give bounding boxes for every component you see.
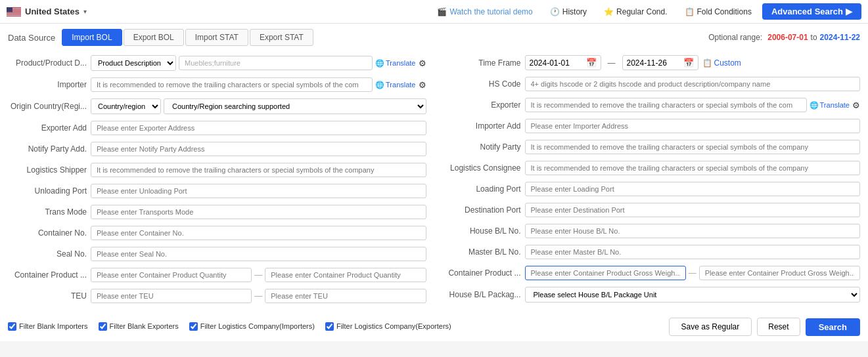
loading-port-input[interactable] xyxy=(525,182,861,196)
unloading-port-input[interactable] xyxy=(91,184,426,198)
chevron-down-icon: ▾ xyxy=(83,8,87,15)
us-flag-icon xyxy=(7,7,21,16)
destination-port-input[interactable] xyxy=(525,203,861,217)
fold-conditions-button[interactable]: 📋 Fold Conditions xyxy=(678,5,758,19)
importer-add-input[interactable] xyxy=(525,119,861,133)
logistics-consignee-input[interactable] xyxy=(525,161,861,175)
logistics-shipper-input[interactable] xyxy=(91,163,426,177)
notify-party-add-label: Notify Party Add. xyxy=(8,144,87,154)
house-bl-package-select[interactable]: Please select House B/L Package Unit xyxy=(525,287,861,303)
destination-port-row: Destination Port xyxy=(442,203,861,217)
trans-mode-label: Trans Mode xyxy=(8,207,87,217)
container-product-min[interactable] xyxy=(525,266,686,280)
svg-rect-9 xyxy=(7,13,21,14)
seal-no-row: Seal No. xyxy=(8,247,426,261)
save-as-regular-button[interactable]: Save as Regular xyxy=(669,318,752,336)
container-product-qty-min[interactable] xyxy=(91,268,252,282)
tab-import-bol[interactable]: Import BOL xyxy=(62,29,122,46)
top-bar: United States ▾ 🎬 Watch the tutorial dem… xyxy=(0,0,868,24)
custom-button[interactable]: 📋 Custom xyxy=(702,58,741,68)
house-bl-package-row: House B/L Packag... Please select House … xyxy=(442,287,861,303)
notify-party-row: Notify Party xyxy=(442,140,861,154)
logistics-consignee-label: Logistics Consignee xyxy=(442,163,521,173)
teu-min[interactable] xyxy=(91,289,252,303)
master-bl-no-input[interactable] xyxy=(525,245,861,259)
calendar-start-icon[interactable]: 📅 xyxy=(586,58,597,68)
notify-party-add-input[interactable] xyxy=(91,142,426,156)
notify-party-input[interactable] xyxy=(525,140,861,154)
importer-input-group: 🌐 Translate ⚙ xyxy=(91,77,426,92)
country-type-select[interactable]: Country/region xyxy=(91,98,161,114)
container-no-input[interactable] xyxy=(91,226,426,240)
country-selector[interactable]: United States ▾ xyxy=(7,7,87,16)
product-type-select[interactable]: Product Description xyxy=(91,55,176,71)
seal-no-label: Seal No. xyxy=(8,249,87,259)
tab-import-stat[interactable]: Import STAT xyxy=(185,29,248,46)
filter-blank-importers-checkbox[interactable]: Filter Blank Importers xyxy=(8,322,88,331)
translate-button-left[interactable]: 🌐 Translate xyxy=(375,59,415,68)
destination-port-label: Destination Port xyxy=(442,205,521,215)
exporter-label: Exporter xyxy=(442,100,521,110)
country-search-select[interactable]: Country/Region searching supported xyxy=(164,98,426,114)
video-icon: 🎬 xyxy=(437,7,447,16)
container-product-qty-max[interactable] xyxy=(265,268,426,282)
seal-no-input[interactable] xyxy=(91,247,426,261)
filter-logistics-importers-checkbox[interactable]: Filter Logistics Company(Importers) xyxy=(189,322,315,331)
origin-country-label: Origin Country(Regi... xyxy=(8,102,87,111)
tab-export-bol[interactable]: Export BOL xyxy=(124,29,184,46)
filter-logistics-exporters-checkbox[interactable]: Filter Logistics Company(Exporters) xyxy=(325,322,451,331)
tab-export-stat[interactable]: Export STAT xyxy=(250,29,313,46)
search-button[interactable]: Search xyxy=(806,318,860,336)
settings-icon-left[interactable]: ⚙ xyxy=(419,58,426,68)
svg-rect-11 xyxy=(7,14,21,15)
country-name: United States xyxy=(25,7,80,16)
calendar-end-icon[interactable]: 📅 xyxy=(683,58,694,68)
trans-mode-input[interactable] xyxy=(91,205,426,219)
advanced-search-button[interactable]: Advanced Search ▶ xyxy=(762,3,861,20)
reset-button[interactable]: Reset xyxy=(757,318,800,336)
settings-icon-exporter[interactable]: ⚙ xyxy=(852,100,860,110)
container-product-max[interactable] xyxy=(699,266,860,280)
teu-max[interactable] xyxy=(265,289,426,303)
exporter-input[interactable] xyxy=(525,98,807,112)
container-product-qty-label: Container Product ... xyxy=(8,270,87,280)
start-date-input[interactable] xyxy=(530,58,583,68)
exporter-input-group: 🌐 Translate ⚙ xyxy=(525,98,861,112)
settings-icon-importer[interactable]: ⚙ xyxy=(419,80,426,90)
house-bl-no-input[interactable] xyxy=(525,224,861,238)
translate-button-importer[interactable]: 🌐 Translate xyxy=(375,81,415,89)
notify-party-add-row: Notify Party Add. xyxy=(8,142,426,156)
tutorial-button[interactable]: 🎬 Watch the tutorial demo xyxy=(430,5,539,19)
top-nav: 🎬 Watch the tutorial demo 🕐 History ⭐ Re… xyxy=(430,3,861,20)
product-value-input[interactable] xyxy=(179,56,373,70)
svg-rect-12 xyxy=(7,7,12,12)
teu-label: TEU xyxy=(8,291,87,301)
hs-code-input[interactable] xyxy=(525,77,861,91)
form-area: Product/Product D... Product Description… xyxy=(8,55,860,306)
end-date-input[interactable] xyxy=(627,58,681,68)
master-bl-no-label: Master B/L No. xyxy=(442,247,521,257)
unloading-port-label: Unloading Port xyxy=(8,186,87,196)
history-icon: 🕐 xyxy=(550,7,560,16)
filter-blank-exporters-checkbox[interactable]: Filter Blank Exporters xyxy=(99,322,179,331)
translate-icon-importer: 🌐 xyxy=(375,81,384,89)
history-button[interactable]: 🕐 History xyxy=(543,5,593,19)
logistics-shipper-label: Logistics Shipper xyxy=(8,165,87,175)
importer-input[interactable] xyxy=(91,77,373,92)
importer-add-row: Importer Add xyxy=(442,119,861,133)
container-product-qty-row: Container Product ... — xyxy=(8,268,426,282)
checkbox-group: Filter Blank Importers Filter Blank Expo… xyxy=(8,322,451,331)
fold-icon: 📋 xyxy=(685,7,695,16)
product-label: Product/Product D... xyxy=(8,58,87,68)
svg-rect-10 xyxy=(7,14,21,14)
data-source-row: Data Source Import BOL Export BOL Import… xyxy=(8,29,313,46)
action-buttons: Save as Regular Reset Search xyxy=(669,318,860,336)
container-product-qty-inputs: — xyxy=(91,268,426,282)
house-bl-package-label: House B/L Packag... xyxy=(442,290,521,299)
logistics-shipper-row: Logistics Shipper xyxy=(8,163,426,177)
translate-button-exporter[interactable]: 🌐 Translate xyxy=(810,101,850,110)
regular-cond-button[interactable]: ⭐ Regular Cond. xyxy=(597,5,674,19)
unloading-port-row: Unloading Port xyxy=(8,184,426,198)
start-date-wrap: 📅 xyxy=(525,55,601,70)
exporter-add-input[interactable] xyxy=(91,121,426,135)
